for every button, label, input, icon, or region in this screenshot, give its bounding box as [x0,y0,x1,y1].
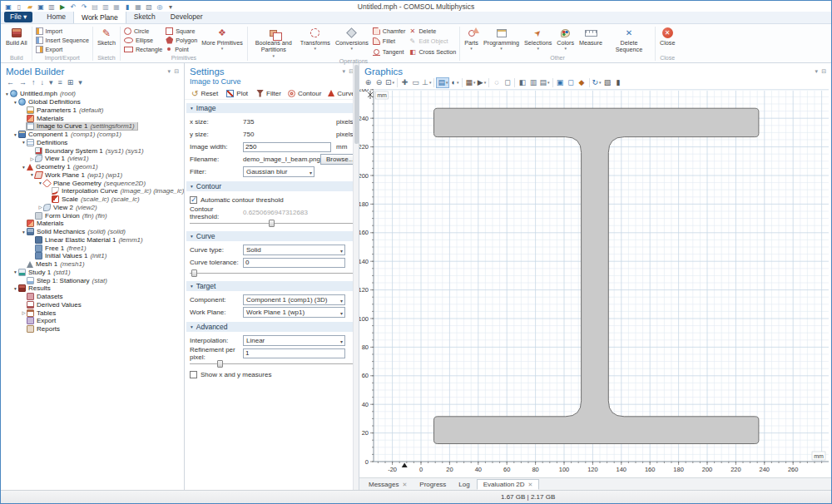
tree-item[interactable]: Derived Values [1,301,184,309]
tree-expander[interactable]: ▾ [21,140,27,145]
section-header-contour[interactable]: ▾Contour [186,181,357,191]
panel-menu-caret[interactable]: ▾ [343,68,346,75]
cross-section-button[interactable]: ◧Cross Section [409,48,456,57]
qat-more-caret[interactable]: ▾ [166,2,176,12]
tree-item[interactable]: ▾Geometry 1(geom1) [1,163,184,171]
app-logo[interactable]: ▣ [3,2,13,12]
tree-item[interactable]: Datasets [1,293,184,301]
tree-item[interactable]: ▷View 1(view1) [1,155,184,163]
tree-item[interactable]: Initial Values 1(init1) [1,252,184,260]
tab-close-icon[interactable]: ✕ [528,482,533,488]
model-tree-settings-icon[interactable]: ⊞ [67,78,74,86]
curve-tolerance-slider[interactable] [190,269,354,278]
tree-expander[interactable]: ▾ [12,286,18,291]
tree-item[interactable]: Materials [1,114,184,122]
colors-button[interactable]: Colors ▾ [554,25,577,55]
tree-item[interactable]: Step 1: Stationary(stat) [1,276,184,284]
axis-orientation-icon[interactable]: ⊥▾ [421,77,432,88]
tab-evaluation-2d[interactable]: Evaluation 2D✕ [477,479,540,490]
new-file-icon[interactable]: ▯ [14,2,24,12]
file-menu-button[interactable]: File ▾ [4,12,32,22]
material-color-icon[interactable]: ◆ [577,77,587,88]
tree-item[interactable]: Linear Elastic Material 1(lemm1) [1,236,184,245]
show-measures-checkbox[interactable] [190,371,197,378]
open-file-icon[interactable]: ▰ [25,2,35,12]
tree-item[interactable]: ▷Tables [1,309,184,317]
tree-item[interactable]: ▾Solid Mechanics(solid) (solid) [1,228,184,236]
booleans-partitions-button[interactable]: Booleans and Partitions ▾ [250,25,298,58]
square-button[interactable]: Square [166,27,197,35]
tree-expander[interactable]: ▾ [12,269,18,274]
delete-button[interactable]: ✕Delete [409,27,456,35]
tree-expander[interactable]: ▷ [37,205,43,210]
tree-item[interactable]: ▾Study 1(std1) [1,269,184,277]
insert-sequence-button[interactable]: Insert Sequence [36,36,89,44]
tree-item[interactable]: ▷View 2(view2) [1,204,184,212]
tab-progress[interactable]: Progress [414,479,452,490]
forward-icon[interactable]: → [19,78,27,86]
fillet-button[interactable]: Fillet [373,37,406,46]
save-icon[interactable]: ▣ [36,2,46,12]
rectangle-button[interactable]: Rectangle [124,45,162,53]
panel-pin-icon[interactable]: ⊟ [174,68,179,75]
tree-item[interactable]: ▾Plane Geometry(sequence2D) [1,179,184,187]
evaluate-icon[interactable]: ▧ [144,2,154,12]
refinement-slider[interactable] [190,359,354,368]
plot-settings-icon[interactable]: ▤▾ [538,77,550,88]
tree-item[interactable]: ▾Results [1,284,184,293]
component-dropdown[interactable]: Component 1 (comp1) (3D) [243,294,345,305]
import-button[interactable]: Import [36,27,89,35]
tree-expander[interactable]: ▾ [21,230,27,235]
tab-log[interactable]: Log [453,479,475,490]
tree-item[interactable]: Export [1,317,184,325]
tree-item[interactable]: ▾Untitled.mph(root) [1,90,184,98]
auto-contour-threshold-checkbox[interactable] [190,196,197,204]
section-header-curve[interactable]: ▾Curve [186,231,357,241]
run-icon[interactable]: ▶ [57,2,67,12]
tree-expander[interactable]: ▾ [4,91,10,96]
tree-item[interactable]: Parameters 1(default) [1,106,184,115]
tree-expander[interactable]: ▾ [21,165,27,170]
polygon-button[interactable]: Polygon [166,36,197,44]
zoom-box-icon[interactable]: ▭ [410,77,421,88]
selections-button[interactable]: ➤ Selections ▾ [522,25,554,55]
tree-item[interactable]: ▾Component 1(comp1) (comp1) [1,131,184,139]
tree-expander[interactable]: ▷ [29,156,35,161]
curve-tolerance-input[interactable] [243,258,345,268]
table-icon[interactable]: ▦ [133,2,143,12]
contour-threshold-slider[interactable] [190,219,354,228]
duplicate-icon[interactable]: ▦ [111,2,121,12]
material-browser-icon[interactable]: ▮ [122,2,132,12]
zoom-in-icon[interactable]: ⊕ [363,77,374,88]
curve-type-dropdown[interactable]: Solid [243,245,345,255]
image-snapshot-icon[interactable]: ▦▾ [464,77,476,88]
animation-icon[interactable]: ▶▾ [476,77,487,88]
copy-icon[interactable]: ▤ [90,2,100,12]
tab-messages[interactable]: Messages✕ [363,479,413,490]
expand-all-icon[interactable]: ≡ [58,78,62,86]
filter-button[interactable]: Filter [253,87,285,99]
zoom-out-icon[interactable]: ⊖ [374,77,384,88]
panel-menu-caret[interactable]: ▾ [168,68,171,75]
conversions-button[interactable]: Conversions ▾ [333,25,371,58]
contour-button[interactable]: Contour [285,87,324,99]
tangent-button[interactable]: Tangent [373,48,406,57]
tree-item[interactable]: Materials [1,220,184,228]
tab-work-plane[interactable]: Work Plane [73,11,126,23]
go-to-default-view-icon[interactable]: ✚ [399,77,410,88]
panel-menu-caret[interactable]: ▾ [815,68,819,75]
point-button[interactable]: Point [166,45,197,53]
tree-expander[interactable]: ▷ [21,310,27,315]
redo-icon[interactable]: ↷ [79,2,89,12]
tree-item[interactable]: Reports [1,325,184,334]
tab-close-icon[interactable]: ✕ [402,482,407,488]
measure-button[interactable]: Measure [577,25,605,55]
tree-expander[interactable]: ▾ [12,132,18,137]
section-header-advanced[interactable]: ▾Advanced [186,322,357,332]
view-2d-button[interactable]: ▤▾ [436,77,449,88]
build-all-button[interactable]: Build All [3,25,30,55]
move-up-icon[interactable]: ↑ [32,78,36,86]
model-manager-icon[interactable]: ▥ [47,2,57,12]
toolbar-more-caret[interactable]: ▾ [78,78,82,86]
select-all-icon[interactable]: ▣ [555,77,566,88]
